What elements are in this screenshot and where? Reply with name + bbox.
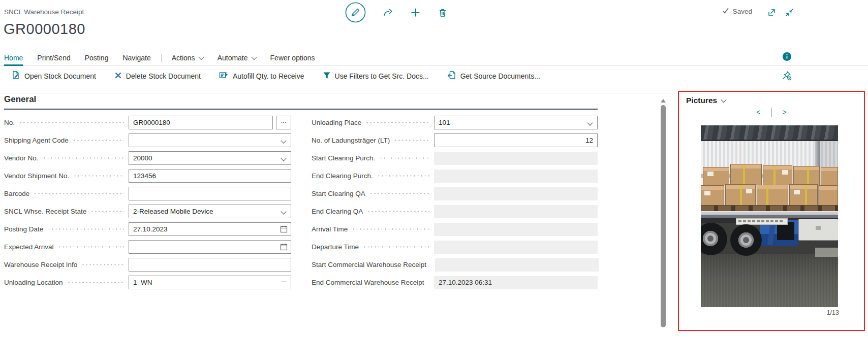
field-label: Start Clearing QA (312, 190, 365, 197)
tab-navigate[interactable]: Navigate (122, 50, 150, 65)
next-picture-button[interactable]: > (783, 108, 787, 116)
barcode-input[interactable] (129, 187, 291, 200)
tab-actions[interactable]: Actions (172, 50, 203, 65)
form-lightning-icon (219, 71, 229, 81)
field-label: Vendor Shipment No. (4, 172, 69, 180)
unloading-place-input[interactable] (434, 116, 598, 129)
disabled-field (434, 152, 598, 165)
info-icon (783, 55, 791, 62)
dotted-leader (428, 282, 429, 283)
scrollbar-up-arrow[interactable] (661, 99, 666, 103)
scrollbar-thumb[interactable] (661, 105, 666, 327)
vendor-no-input[interactable] (129, 151, 291, 165)
field-row-start-clearing-purch: Start Clearing Purch. (312, 149, 598, 167)
pictures-header[interactable]: Pictures (686, 96, 726, 105)
menubar: Home Print/Send Posting Navigate Actions… (0, 50, 868, 66)
no-input[interactable] (129, 116, 273, 129)
field-row-start-clearing-qa: Start Clearing QA (312, 185, 598, 202)
cardboard-box (701, 185, 724, 206)
expected-arrival-input[interactable] (129, 240, 291, 254)
open-stock-document-button[interactable]: Open Stock Document (11, 71, 96, 81)
cardboard-box (793, 166, 820, 185)
share-button[interactable] (383, 7, 393, 19)
vendor-shipment-no-input[interactable] (129, 169, 291, 183)
dotted-leader (365, 122, 429, 123)
warehouse-receipt-info-input[interactable] (129, 258, 291, 272)
nav-divider (771, 108, 772, 117)
dotted-leader (90, 211, 124, 212)
dotted-leader (352, 228, 429, 230)
dotted-leader (47, 228, 124, 230)
cardboard-box (703, 167, 729, 185)
dotted-leader (377, 175, 429, 177)
tab-fewer-options[interactable]: Fewer options (270, 50, 315, 65)
get-source-documents-button[interactable]: Get Source Documents... (447, 71, 540, 81)
general-section-header[interactable]: General (4, 94, 598, 110)
field-row-shipping-agent-code: Shipping Agent Code (4, 131, 291, 149)
disabled-field (435, 258, 599, 272)
dotted-leader (34, 193, 124, 194)
dotted-leader (367, 211, 429, 212)
document-import-icon (447, 71, 456, 81)
field-row-vendor-shipment-no: Vendor Shipment No. (4, 167, 291, 185)
cardboard-box (819, 185, 838, 206)
no-of-lt-input[interactable] (434, 133, 598, 147)
chevron-down-icon (251, 54, 257, 60)
shipping-agent-code-input[interactable] (129, 133, 291, 147)
tab-posting[interactable]: Posting (85, 50, 109, 65)
tab-automate[interactable]: Automate (218, 50, 256, 65)
field-label: Shipping Agent Code (4, 137, 69, 144)
edit-button[interactable] (345, 2, 366, 24)
use-filters-button[interactable]: Use Filters to Get Src. Docs... (323, 72, 429, 81)
photo-toolbox-latch (816, 226, 821, 230)
field-label: Vendor No. (4, 154, 39, 162)
window-controls (767, 8, 794, 19)
chevron-down-icon (721, 97, 727, 103)
autofill-qty-button[interactable]: Autofill Qty. to Receive (219, 71, 304, 81)
popout-button[interactable] (767, 8, 777, 19)
field-row-end-clearing-purch: End Clearing Purch. (312, 167, 598, 185)
delete-stock-document-button[interactable]: Delete Stock Document (114, 72, 201, 81)
field-label: Barcode (4, 190, 29, 197)
check-icon (722, 8, 729, 15)
cardboard-box (757, 185, 788, 206)
dotted-leader (73, 140, 124, 141)
collapse-button[interactable] (785, 8, 794, 19)
plus-icon (410, 7, 421, 19)
unpin-button[interactable] (782, 71, 792, 82)
no-assist-edit-button[interactable]: ... (276, 116, 291, 129)
field-label: Unloading Place (312, 119, 361, 126)
form-left-column: No. ... Shipping Agent Code Vendor No. (4, 114, 291, 291)
delete-button[interactable] (438, 8, 448, 19)
new-button[interactable] (410, 7, 421, 19)
previous-picture-button[interactable]: < (756, 108, 760, 116)
info-button[interactable] (783, 52, 791, 62)
cardboard-box (730, 164, 762, 185)
chevron-down-icon (198, 54, 204, 60)
dotted-leader (73, 175, 124, 177)
field-row-unloading-place: Unloading Place (312, 114, 598, 131)
field-label: End Clearing QA (312, 208, 363, 215)
posting-date-input[interactable] (129, 222, 291, 236)
disabled-field (434, 205, 598, 218)
lookup-ellipsis-button[interactable]: ... (281, 278, 287, 283)
receipt-state-input[interactable] (129, 205, 291, 218)
unloading-location-input[interactable] (129, 276, 291, 289)
field-label: Start Clearing Purch. (312, 154, 375, 162)
dotted-leader (67, 282, 124, 283)
disabled-field (434, 170, 598, 183)
photo-ground-texture (701, 254, 838, 307)
field-row-unloading-location: Unloading Location ... (4, 274, 291, 291)
tab-home[interactable]: Home (4, 50, 23, 66)
saved-label: Saved (733, 8, 752, 15)
disabled-field (434, 223, 598, 236)
save-status: Saved (722, 8, 752, 15)
picture-navigation: < > (679, 108, 864, 117)
field-row-warehouse-receipt-info: Warehouse Receipt Info (4, 256, 291, 274)
field-label: No. (4, 119, 15, 126)
form-right-column: Unloading Place No. of Ladungsträger (LT… (312, 114, 598, 291)
field-row-barcode: Barcode (4, 185, 291, 202)
disabled-field-value: 27.10.2023 06:31 (434, 276, 598, 289)
tab-print-send[interactable]: Print/Send (37, 50, 70, 65)
receipt-photo[interactable] (701, 125, 838, 307)
